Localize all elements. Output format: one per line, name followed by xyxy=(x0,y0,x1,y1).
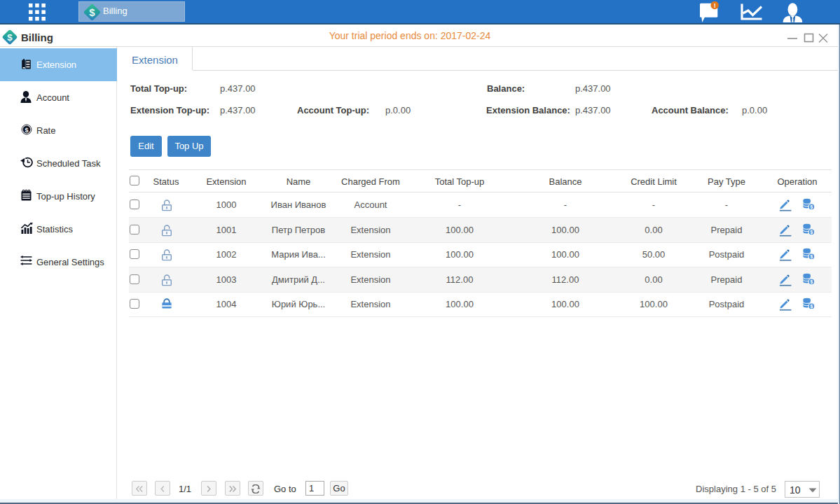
svg-text:!: ! xyxy=(714,2,716,9)
svg-text:$: $ xyxy=(89,6,95,18)
svg-text:$: $ xyxy=(25,127,28,134)
